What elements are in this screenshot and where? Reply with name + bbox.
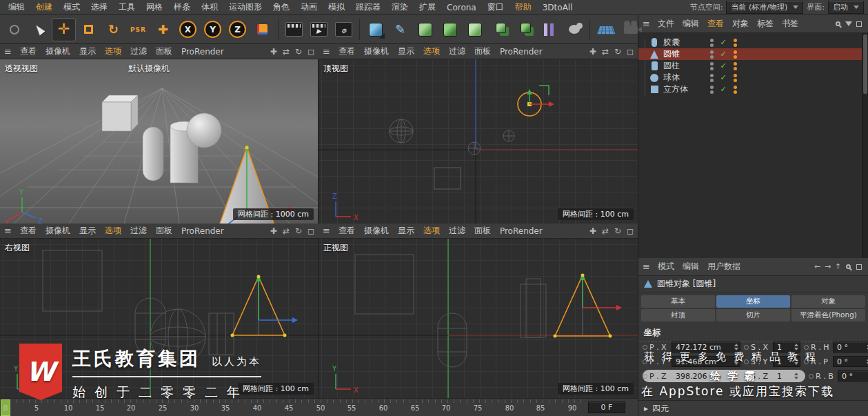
stepper[interactable] — [794, 344, 798, 350]
hamburger-icon[interactable]: ≡ — [323, 46, 330, 57]
keyframe-dot[interactable] — [643, 374, 647, 379]
rightv-menu-display[interactable]: 显示 — [75, 225, 100, 237]
enabled-check-icon[interactable]: ✓ — [717, 38, 729, 47]
am-menu-userdata[interactable]: 用户数据 — [703, 261, 745, 273]
om-menu-file[interactable]: 文件 — [654, 18, 678, 30]
lock-y-axis-button[interactable]: Y — [201, 18, 225, 41]
zoom-view-icon[interactable]: ⇄ — [602, 47, 609, 57]
cube-wireframe[interactable] — [43, 250, 102, 311]
maximize-view-icon[interactable]: ◻ — [627, 47, 634, 57]
tab-caps[interactable]: 封顶 — [641, 309, 715, 321]
instance-button[interactable] — [463, 18, 487, 41]
top-menu-filter[interactable]: 过滤 — [445, 46, 470, 57]
object-row-sphere[interactable]: 球体 ✓ — [638, 72, 868, 83]
layer-dots[interactable] — [729, 39, 740, 47]
zoom-view-icon[interactable]: ⇄ — [283, 47, 290, 57]
visibility-dots[interactable] — [706, 62, 717, 70]
history-forward-icon[interactable]: → — [822, 261, 833, 272]
maximize-view-icon[interactable]: ◻ — [307, 47, 314, 57]
menu-create[interactable]: 创建 — [30, 1, 58, 13]
rightv-menu-view[interactable]: 查看 — [16, 225, 41, 237]
viewport-canvas-top[interactable]: Z X — [319, 59, 638, 224]
layer-dots[interactable] — [729, 50, 740, 59]
front-menu-filter[interactable]: 过滤 — [445, 225, 470, 237]
cube-wireframe[interactable] — [355, 255, 414, 314]
hamburger-icon[interactable]: ≡ — [323, 226, 330, 236]
om-menu-bookmarks[interactable]: 书签 — [778, 18, 803, 30]
psr-recent-tool-button[interactable]: PSR — [126, 18, 150, 41]
rightv-menu-cameras[interactable]: 摄像机 — [41, 225, 74, 237]
menu-simulate[interactable]: 模拟 — [323, 1, 350, 13]
front-menu-display[interactable]: 显示 — [394, 225, 418, 237]
persp-menu-options[interactable]: 选项 — [101, 46, 125, 57]
field-button[interactable] — [537, 18, 561, 41]
rotate-view-icon[interactable]: ↻ — [295, 226, 302, 236]
top-menu-display[interactable]: 显示 — [394, 46, 418, 57]
rh-input[interactable]: 0 ° — [833, 341, 868, 353]
keyframe-dot[interactable] — [744, 345, 749, 350]
front-menu-prorender[interactable]: ProRender — [496, 226, 547, 236]
select-tool-button[interactable] — [27, 18, 51, 41]
maximize-view-icon[interactable]: ◻ — [627, 226, 634, 236]
top-menu-options[interactable]: 选项 — [419, 46, 444, 57]
persp-menu-display[interactable]: 显示 — [75, 46, 100, 57]
node-space-dropdown[interactable]: 当前 (标准/物理) — [726, 1, 803, 14]
am-menu-edit[interactable]: 编辑 — [678, 261, 703, 273]
persp-menu-cameras[interactable]: 摄像机 — [41, 46, 74, 57]
menu-mograph[interactable]: 运动图形 — [223, 1, 268, 13]
add-primitive-button[interactable] — [363, 18, 387, 41]
extrude-generator-button[interactable] — [438, 18, 462, 41]
cylinder-wireframe[interactable] — [521, 279, 546, 337]
visibility-dots[interactable] — [706, 86, 717, 94]
layer-view-icon[interactable] — [854, 19, 864, 29]
cone-wireframe-selected[interactable] — [231, 275, 299, 337]
front-menu-cameras[interactable]: 摄像机 — [360, 225, 393, 237]
metaball-button[interactable] — [562, 18, 586, 41]
render-settings-button[interactable]: ⚙ — [332, 18, 356, 41]
rightv-menu-prorender[interactable]: ProRender — [177, 226, 228, 236]
layer-dots[interactable] — [729, 62, 740, 70]
menu-volume[interactable]: 体积 — [196, 1, 223, 13]
pan-view-icon[interactable]: ✚ — [589, 226, 596, 236]
top-menu-cameras[interactable]: 摄像机 — [360, 46, 393, 57]
viewport-front-view[interactable]: 正视图 — [319, 239, 638, 398]
quaternion-section[interactable]: ▸ 四元 — [638, 400, 868, 416]
visibility-dots[interactable] — [706, 50, 717, 59]
render-view-button[interactable] — [282, 18, 306, 41]
spline-pen-button[interactable]: ✎ — [388, 18, 412, 41]
rp-input[interactable]: 0 ° — [833, 356, 868, 367]
menu-extensions[interactable]: 扩展 — [414, 1, 441, 13]
front-menu-options[interactable]: 选项 — [419, 225, 444, 237]
subdivision-surface-button[interactable] — [413, 18, 437, 41]
camera-label[interactable]: 默认摄像机 — [128, 63, 170, 75]
menu-tools[interactable]: 工具 — [113, 1, 141, 13]
rightv-menu-panel[interactable]: 面板 — [152, 225, 176, 237]
persp-menu-filter[interactable]: 过滤 — [126, 46, 151, 57]
object-row-cone[interactable]: 圆锥 ✓ — [638, 48, 868, 60]
render-picture-viewer-button[interactable]: ▶ — [307, 18, 331, 41]
zoom-view-icon[interactable]: ⇄ — [283, 226, 290, 236]
hamburger-icon[interactable]: ≡ — [4, 226, 12, 236]
search-icon[interactable] — [843, 261, 854, 272]
front-menu-view[interactable]: 查看 — [334, 225, 359, 237]
om-menu-tags[interactable]: 标签 — [753, 18, 778, 30]
pan-view-icon[interactable]: ✚ — [270, 47, 277, 57]
viewport-perspective[interactable]: 透视视图 默认摄像机 — [0, 59, 319, 224]
cylinder-wireframe-top[interactable] — [468, 142, 481, 155]
hamburger-icon[interactable]: ≡ — [643, 261, 650, 272]
stepper[interactable] — [794, 373, 798, 379]
layer-dots[interactable] — [729, 86, 740, 94]
menu-3dtoall[interactable]: 3DtoAll — [537, 3, 578, 12]
enabled-check-icon[interactable]: ✓ — [717, 73, 729, 82]
coordinate-system-button[interactable] — [250, 18, 274, 41]
menu-spline[interactable]: 样条 — [168, 1, 196, 13]
capsule-wireframe[interactable] — [438, 313, 467, 367]
am-menu-mode[interactable]: 模式 — [654, 261, 678, 273]
stepper[interactable] — [734, 344, 738, 350]
lock-icon[interactable] — [854, 261, 864, 272]
menu-mesh[interactable]: 网格 — [141, 1, 168, 13]
lock-z-axis-button[interactable]: Z — [225, 18, 250, 41]
lock-x-axis-button[interactable]: X — [176, 18, 200, 41]
om-menu-view[interactable]: 查看 — [703, 18, 728, 30]
capsule-object[interactable] — [143, 127, 163, 181]
